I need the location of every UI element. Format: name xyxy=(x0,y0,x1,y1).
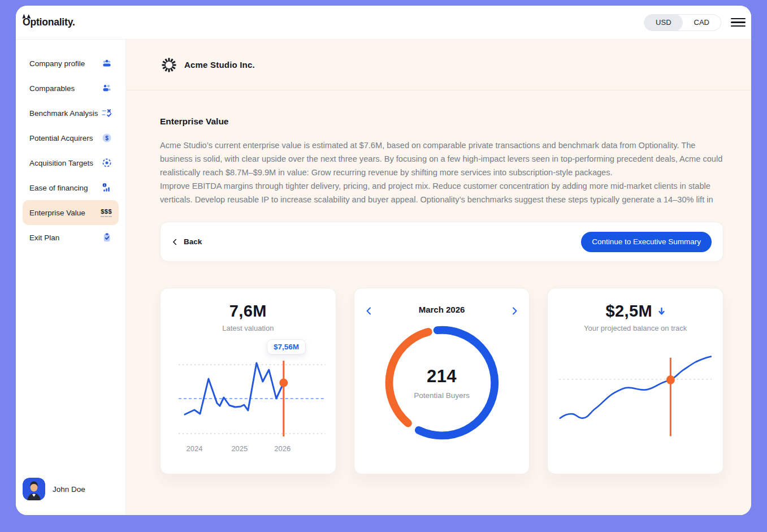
checklist-icon xyxy=(102,108,112,118)
sidebar-item-enterprise-value[interactable]: Enterprise Value $$$ xyxy=(23,200,119,225)
valuation-series-line xyxy=(185,363,284,414)
x-tick-2025: 2025 xyxy=(231,444,248,453)
chevron-left-icon xyxy=(171,237,180,246)
projected-balance-card: $2,5M Your projected balance on track xyxy=(547,288,723,474)
valuation-line-chart: 2024 2025 2026 xyxy=(161,356,336,458)
next-month-button[interactable] xyxy=(506,303,522,319)
sidebar-item-comparables[interactable]: Comparables xyxy=(23,76,119,101)
logo-crown-icon xyxy=(22,14,31,19)
arrow-down-icon xyxy=(658,307,665,316)
main-panel: Acme Studio Inc. Enterprise Value Acme S… xyxy=(126,40,751,515)
sidebar-item-potential-acquirers[interactable]: Potential Acquirers $ xyxy=(23,126,119,150)
users-icon xyxy=(102,83,112,93)
menu-icon[interactable] xyxy=(731,17,746,28)
valuation-tooltip-badge: $7,56M xyxy=(267,339,306,354)
sidebar-item-company-profile[interactable]: Company profile xyxy=(23,51,119,76)
users-group-icon xyxy=(102,58,112,68)
app-logo: Optionality. xyxy=(23,16,75,28)
clipboard-check-icon xyxy=(102,232,112,243)
svg-text:$: $ xyxy=(105,135,109,141)
top-bar-right: USD CAD xyxy=(126,14,751,31)
avatar xyxy=(23,478,45,500)
sidebar-item-exit-plan[interactable]: Exit Plan xyxy=(23,225,119,250)
potential-buyers-count: 214 xyxy=(354,366,530,387)
back-label: Back xyxy=(184,237,202,246)
latest-valuation-card: 7,6M Latest valuation $7,56M 2024 2025 xyxy=(160,288,336,474)
wizard-nav-bar: Back Continue to Executive Summary xyxy=(160,222,723,262)
sidebar-item-acquisition-targets[interactable]: Acquisition Targets xyxy=(23,150,119,175)
balance-value: $2,5M xyxy=(605,302,652,321)
donut-center-text: 214 Potential Buyers xyxy=(354,366,530,400)
sidebar-item-label: Acquisition Targets xyxy=(29,159,93,167)
x-tick-2024: 2024 xyxy=(186,444,202,453)
top-bar: Optionality. USD CAD xyxy=(16,6,751,40)
balance-title-row: $2,5M xyxy=(548,302,723,321)
valuation-label: Latest valuation xyxy=(161,324,336,332)
sidebar: Company profile Comparables xyxy=(16,40,126,515)
marker-dot xyxy=(279,379,288,387)
metric-cards-row: 7,6M Latest valuation $7,56M 2024 2025 xyxy=(160,288,723,474)
continue-to-executive-summary-button[interactable]: Continue to Executive Summary xyxy=(581,232,712,252)
chart-info-icon xyxy=(102,183,112,193)
company-logo-sunburst-icon xyxy=(161,57,177,73)
back-button[interactable]: Back xyxy=(171,237,202,246)
content-area: Enterprise Value Acme Studio’s current e… xyxy=(126,90,751,515)
target-icon xyxy=(102,158,112,168)
currency-usd-button[interactable]: USD xyxy=(644,14,682,31)
dollar-circle-icon: $ xyxy=(102,133,112,143)
balance-series-curve xyxy=(560,357,711,418)
balance-line-chart xyxy=(548,351,723,452)
sidebar-item-label: Ease of financing xyxy=(29,184,88,192)
sidebar-item-label: Potential Acquirers xyxy=(29,134,93,142)
marker-dot xyxy=(666,375,675,384)
sidebar-item-label: Benchmark Analysis xyxy=(29,109,98,118)
app-window: Optionality. USD CAD Company profile xyxy=(16,6,751,515)
sidebar-item-benchmark-analysis[interactable]: Benchmark Analysis xyxy=(23,101,119,126)
section-title: Enterprise Value xyxy=(160,116,723,127)
currency-cad-button[interactable]: CAD xyxy=(683,14,721,31)
dollars-icon: $$$ xyxy=(101,209,112,217)
logo-area: Optionality. xyxy=(16,16,126,28)
sidebar-item-label: Company profile xyxy=(29,59,85,68)
user-profile[interactable]: John Doe xyxy=(23,478,119,500)
valuation-value: 7,6M xyxy=(161,302,336,321)
period-label: March 2026 xyxy=(354,305,530,314)
enterprise-value-paragraph: Acme Studio’s current enterprise value i… xyxy=(160,139,723,206)
sidebar-item-label: Comparables xyxy=(29,84,75,93)
sidebar-nav: Company profile Comparables xyxy=(23,51,119,250)
potential-buyers-card: March 2026 214 Potential Buyer xyxy=(354,288,530,474)
company-name: Acme Studio Inc. xyxy=(184,60,255,70)
balance-label: Your projected balance on track xyxy=(548,324,723,332)
currency-toggle[interactable]: USD CAD xyxy=(644,14,721,31)
body-row: Company profile Comparables xyxy=(16,40,751,515)
sidebar-item-label: Exit Plan xyxy=(29,233,59,242)
sidebar-item-label: Enterprise Value xyxy=(29,209,85,217)
chevron-right-icon xyxy=(509,306,519,316)
sidebar-item-ease-of-financing[interactable]: Ease of financing xyxy=(23,175,119,200)
potential-buyers-label: Potential Buyers xyxy=(354,391,530,400)
x-tick-2026: 2026 xyxy=(274,444,291,453)
user-name: John Doe xyxy=(53,485,85,494)
company-header: Acme Studio Inc. xyxy=(126,40,751,90)
app-root: { "colors": { "frame": "#7b83ee", "surfa… xyxy=(0,0,767,532)
